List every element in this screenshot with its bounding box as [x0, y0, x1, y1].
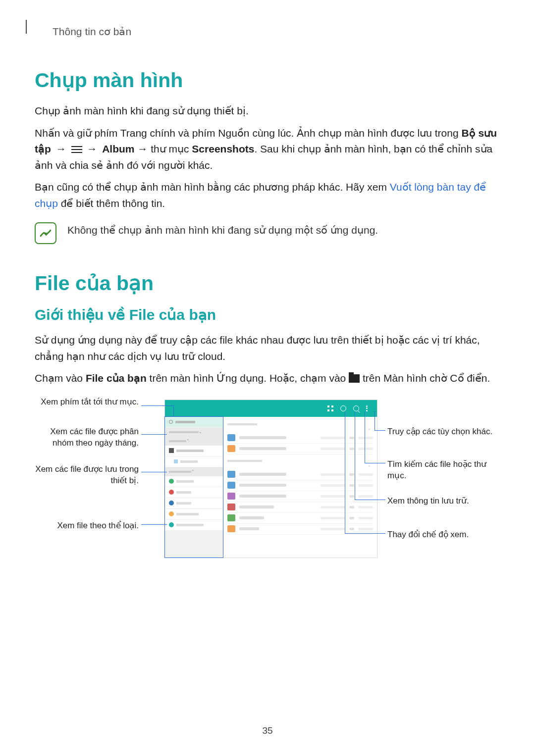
callout-device: Xem các file được lưu trong thiết bị. — [35, 464, 139, 487]
section2-p2: Chạm vào File của bạn trên màn hình Ứng … — [35, 370, 500, 387]
note-text: Không thể chụp ảnh màn hình khi đang sử … — [67, 222, 378, 239]
diagram: ⌄ ⌃ ⌃ ⌃ — [35, 400, 500, 568]
folder-icon — [349, 374, 360, 383]
section1-title: Chụp màn hình — [35, 68, 500, 92]
callout-search: Tìm kiếm các file hoặc thư mục. — [387, 459, 496, 482]
section1-p1: Chụp ảnh màn hình khi đang sử dụng thiết… — [35, 103, 500, 119]
section2-title: File của bạn — [35, 271, 500, 295]
section2-p1: Sử dụng ứng dụng này để truy cập các fil… — [35, 332, 500, 364]
menu-icon — [71, 146, 82, 153]
more-icon — [366, 405, 372, 411]
page-header: Thông tin cơ bản — [53, 26, 500, 38]
callout-viewmode: Thay đổi chế độ xem. — [387, 529, 496, 541]
section1-p2: Nhấn và giữ phím Trang chính và phím Ngu… — [35, 125, 500, 174]
callout-storage: Xem thông tin lưu trữ. — [387, 496, 496, 507]
callout-timeline: Xem các file được phân nhóm theo ngày th… — [35, 426, 139, 449]
section2-subtitle: Giới thiệu về File của bạn — [35, 306, 500, 323]
grid-view-icon — [327, 405, 333, 411]
note-icon — [35, 222, 56, 244]
section1-p3: Bạn cũng có thể chụp ảnh màn hình bằng c… — [35, 179, 500, 211]
callout-category: Xem file theo thể loại. — [35, 520, 139, 532]
search-icon — [353, 405, 359, 411]
chart-icon — [340, 405, 346, 411]
page-number: 35 — [0, 725, 535, 736]
callout-shortcut: Xem phím tắt tới thư mục. — [35, 397, 139, 408]
callout-options: Truy cập các tùy chọn khác. — [387, 426, 496, 438]
